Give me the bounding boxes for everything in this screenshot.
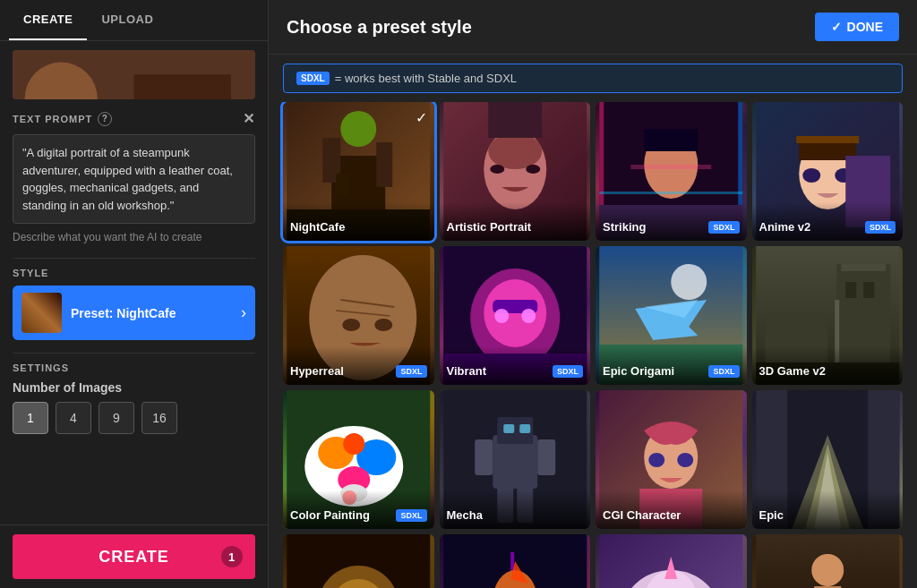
preset-label-striking: StrikingSDXL	[596, 202, 747, 241]
preset-card-row4-2[interactable]	[440, 534, 591, 588]
style-preset-label: Preset: NightCafe	[71, 306, 232, 320]
help-icon[interactable]: ?	[98, 112, 112, 126]
sdxl-badge: SDXL	[553, 365, 583, 378]
svg-point-74	[677, 453, 693, 467]
preset-label-anime-v2: Anime v2SDXL	[752, 202, 904, 241]
style-preset-arrow-icon: ›	[241, 303, 246, 322]
preset-card-row4-3[interactable]	[596, 534, 747, 588]
create-button-area: CREATE 1	[0, 524, 268, 588]
svg-rect-68	[537, 439, 555, 475]
svg-point-73	[648, 453, 664, 467]
presets-grid: NightCafe✓ Artistic Portrait StrikingSDX…	[269, 102, 917, 588]
svg-rect-17	[644, 129, 698, 151]
prompt-hint: Describe what you want the AI to create	[13, 231, 255, 243]
svg-rect-18	[630, 165, 711, 169]
style-preset-thumbnail	[21, 293, 62, 333]
svg-point-24	[802, 168, 820, 183]
preset-card-vibrant[interactable]: VibrantSDXL	[440, 246, 591, 385]
style-section: STYLE Preset: NightCafe ›	[13, 268, 255, 340]
svg-rect-67	[475, 439, 493, 475]
preset-card-striking[interactable]: StrikingSDXL	[596, 102, 747, 241]
svg-rect-65	[503, 424, 514, 433]
style-preset-selector[interactable]: Preset: NightCafe ›	[13, 285, 255, 340]
preset-card-row4-4[interactable]	[752, 534, 904, 588]
left-content: TEXT PROMPT ? ✕ "A digital portrait of a…	[0, 41, 268, 524]
preset-card-cgi-character[interactable]: CGI Character	[596, 390, 747, 529]
svg-point-32	[342, 319, 360, 331]
left-panel: CREATE UPLOAD TEXT PROMPT ? ✕ "A digital…	[0, 0, 269, 588]
preset-card-hyperreal[interactable]: HyperrealSDXL	[283, 246, 434, 385]
svg-point-33	[374, 319, 392, 331]
create-button[interactable]: CREATE 1	[13, 534, 255, 579]
tab-create[interactable]: CREATE	[9, 0, 87, 40]
tab-upload[interactable]: UPLOAD	[87, 0, 167, 40]
svg-rect-4	[336, 174, 349, 196]
done-button[interactable]: DONE	[815, 13, 899, 41]
page-title: Choose a preset style	[287, 17, 472, 38]
num-option-1[interactable]: 1	[13, 402, 48, 434]
preset-label-cgi-character: CGI Character	[596, 490, 747, 529]
svg-rect-26	[796, 136, 859, 143]
svg-point-45	[671, 264, 707, 300]
svg-point-5	[340, 111, 376, 147]
num-option-4[interactable]: 4	[56, 402, 91, 434]
preset-label-vibrant: VibrantSDXL	[440, 346, 591, 385]
num-option-9[interactable]: 9	[99, 402, 134, 434]
num-images-label: Number of Images	[13, 380, 255, 395]
right-header: Choose a preset style DONE	[269, 0, 917, 55]
svg-point-39	[521, 309, 536, 323]
preset-label-nightcafe: NightCafe	[283, 202, 434, 241]
svg-point-100	[811, 554, 844, 586]
sdxl-badge: SDXL	[708, 221, 739, 234]
svg-rect-10	[488, 102, 542, 138]
sdxl-tag: SDXL	[296, 72, 330, 85]
text-prompt-label: TEXT PROMPT ? ✕	[13, 110, 255, 127]
svg-point-9	[488, 133, 542, 169]
style-label: STYLE	[13, 268, 255, 278]
svg-rect-50	[841, 264, 886, 271]
preset-label-hyperreal: HyperrealSDXL	[283, 346, 434, 385]
svg-point-12	[526, 165, 540, 174]
preset-card-anime-v2[interactable]: Anime v2SDXL	[752, 102, 904, 241]
preset-label-mecha: Mecha	[440, 490, 591, 529]
svg-rect-49	[863, 282, 874, 298]
preset-card-epic-origami[interactable]: Epic OrigamiSDXL	[596, 246, 747, 385]
num-option-16[interactable]: 16	[141, 402, 177, 434]
preset-selected-check: ✓	[416, 109, 427, 126]
settings-label: SETTINGS	[13, 362, 255, 373]
preset-card-row4-1[interactable]	[283, 534, 434, 588]
svg-point-59	[343, 433, 364, 455]
svg-rect-66	[519, 424, 530, 433]
sdxl-banner: SDXL = works best with Stable and SDXL	[283, 64, 903, 93]
preset-card-nightcafe[interactable]: NightCafe✓	[283, 102, 434, 241]
create-count-badge: 1	[221, 546, 243, 567]
preset-label-3d-game-v2: 3D Game v2	[752, 346, 904, 385]
svg-point-38	[494, 309, 509, 323]
divider-2	[13, 353, 255, 354]
sdxl-badge: SDXL	[865, 221, 896, 234]
preset-card-epic[interactable]: Epic	[752, 390, 904, 529]
settings-section: SETTINGS Number of Images 1 4 9 16	[13, 362, 255, 434]
sdxl-badge: SDXL	[396, 509, 426, 522]
svg-point-11	[490, 165, 504, 174]
svg-rect-48	[845, 282, 856, 298]
preset-label-epic: Epic	[752, 490, 904, 529]
svg-rect-19	[599, 192, 742, 194]
sdxl-badge: SDXL	[708, 365, 739, 378]
preset-card-mecha[interactable]: Mecha	[440, 390, 591, 529]
num-images-options: 1 4 9 16	[13, 402, 255, 434]
close-prompt-button[interactable]: ✕	[243, 110, 255, 127]
thumbnail-preview	[13, 50, 255, 99]
sdxl-badge: SDXL	[396, 365, 426, 378]
preset-card-artistic-portrait[interactable]: Artistic Portrait	[440, 102, 591, 241]
preset-card-color-painting[interactable]: Color PaintingSDXL	[283, 390, 434, 529]
text-prompt-box[interactable]: "A digital portrait of a steampunk adven…	[13, 134, 255, 224]
preset-card-3d-game-v2[interactable]: 3D Game v2	[752, 246, 904, 385]
right-panel: Choose a preset style DONE SDXL = works …	[269, 0, 917, 588]
divider-1	[13, 258, 255, 259]
preset-label-color-painting: Color PaintingSDXL	[283, 490, 434, 529]
preset-label-epic-origami: Epic OrigamiSDXL	[596, 346, 747, 385]
preset-label-artistic-portrait: Artistic Portrait	[440, 202, 591, 241]
tabs-bar: CREATE UPLOAD	[0, 0, 268, 41]
svg-rect-3	[376, 142, 392, 187]
